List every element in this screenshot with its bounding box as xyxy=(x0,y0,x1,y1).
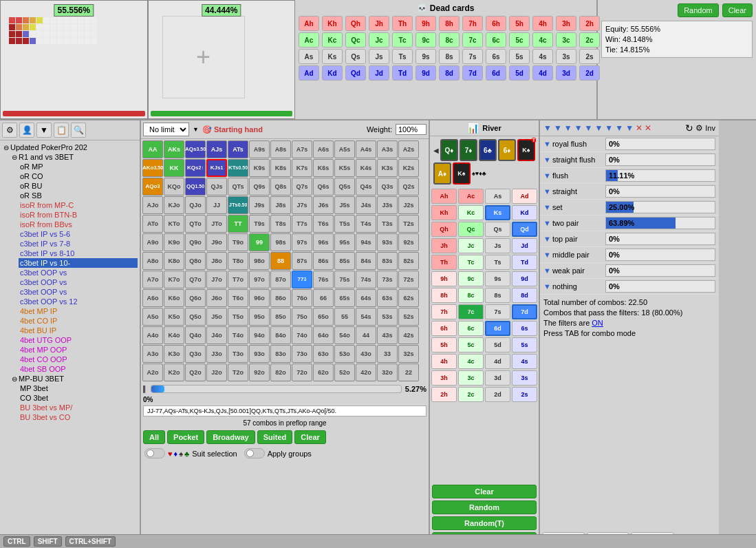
hand-j5o[interactable]: J5o xyxy=(206,308,227,326)
broadway-button[interactable]: Broadway xyxy=(206,430,255,444)
hand-53s[interactable]: 53s xyxy=(377,308,398,326)
sidebar-item-4bet-bu[interactable]: 4bet BU IP xyxy=(19,326,138,335)
rgc-qd[interactable]: Qd xyxy=(512,222,537,237)
hand-83s[interactable]: 83s xyxy=(377,252,398,270)
card-3s[interactable]: 3s xyxy=(556,49,576,64)
rgc-ts[interactable]: Ts xyxy=(485,255,510,270)
hand-94o[interactable]: 94o xyxy=(249,326,270,344)
rgc-9d[interactable]: 9d xyxy=(512,271,537,286)
rgc-qs[interactable]: Qs xyxy=(485,222,510,237)
person-icon[interactable]: 👤 xyxy=(19,123,34,138)
hand-84s[interactable]: 84s xyxy=(356,252,376,270)
hand-a8s[interactable]: A8s xyxy=(270,140,291,158)
hand-75s[interactable]: 75s xyxy=(334,271,355,288)
card-9h[interactable]: 9h xyxy=(415,16,436,31)
hand-72s[interactable]: 72s xyxy=(398,271,419,288)
hand-73s[interactable]: 73s xyxy=(377,271,398,288)
hand-44[interactable]: 44 xyxy=(356,326,376,344)
hand-63o[interactable]: 63o xyxy=(313,345,334,363)
rgc-3d[interactable]: 3d xyxy=(485,370,510,386)
card-4h[interactable]: 4h xyxy=(532,16,553,31)
hand-a6s[interactable]: A6s xyxy=(313,140,334,158)
apply-toggle-switch[interactable] xyxy=(244,448,265,459)
rgc-9h[interactable]: 9h xyxy=(431,271,457,286)
hand-86o[interactable]: 86o xyxy=(270,289,291,307)
rgc-js[interactable]: Js xyxy=(485,238,510,253)
rgc-kh[interactable]: Kh xyxy=(431,205,457,220)
card-7c[interactable]: 7c xyxy=(462,32,483,48)
hand-ajo[interactable]: AJo xyxy=(142,196,163,214)
river-card-ad[interactable]: A♦ xyxy=(433,162,451,185)
rgc-7c[interactable]: 7c xyxy=(458,304,484,319)
rgc-td[interactable]: Td xyxy=(512,255,537,270)
card-8h[interactable]: 8h xyxy=(439,16,460,31)
hand-96o[interactable]: 96o xyxy=(249,289,270,307)
hand-j7o[interactable]: J7o xyxy=(206,271,227,288)
hand-j5s[interactable]: J5s xyxy=(334,196,355,214)
hand-j9o[interactable]: J9o xyxy=(206,233,227,251)
hand-j6s[interactable]: J6s xyxy=(313,196,334,214)
suited-button[interactable]: Suited xyxy=(257,430,293,444)
hand-k9o[interactable]: K9o xyxy=(164,233,184,251)
river-card-ks[interactable]: K♠T xyxy=(517,139,535,161)
hand-98o[interactable]: 98o xyxy=(249,252,270,270)
hand-qto[interactable]: QTo xyxy=(185,215,206,233)
sidebar-item-c3bet-oop1[interactable]: c3bet OOP vs xyxy=(19,268,138,277)
card-5d[interactable]: 5d xyxy=(509,65,530,81)
hand-95o[interactable]: 95o xyxy=(249,308,270,326)
card-jc[interactable]: Jc xyxy=(369,32,389,48)
rgc-4h[interactable]: 4h xyxy=(431,354,457,369)
rgc-7d[interactable]: 7d xyxy=(512,304,537,319)
hand-82s[interactable]: 82s xyxy=(398,252,419,270)
suit-toggle-switch[interactable] xyxy=(144,448,165,459)
hand-jj[interactable]: JJ xyxy=(206,196,227,214)
rgc-7h[interactable]: 7h xyxy=(431,304,457,319)
card-kd[interactable]: Kd xyxy=(322,65,343,81)
card-5s[interactable]: 5s xyxy=(509,49,530,64)
sidebar-item-4bet-co[interactable]: 4bet CO IP xyxy=(19,316,138,326)
hand-a7s[interactable]: A7s xyxy=(292,140,312,158)
sidebar-item-root[interactable]: ⊖ Updated PokerPro 202 xyxy=(2,143,138,152)
rgc-2d[interactable]: 2d xyxy=(485,387,510,402)
hand-k4o[interactable]: K4o xyxy=(164,326,184,344)
card-jd[interactable]: Jd xyxy=(369,65,389,81)
hand-63s[interactable]: 63s xyxy=(377,289,398,307)
hand-t5o[interactable]: T5o xyxy=(228,308,248,326)
collapse-root[interactable]: ⊖ xyxy=(3,144,9,151)
rgc-4s[interactable]: 4s xyxy=(512,354,537,369)
hand-q5o[interactable]: Q5o xyxy=(185,308,206,326)
hand-32o[interactable]: 32o xyxy=(377,363,398,381)
hand-82o[interactable]: 82o xyxy=(270,363,291,381)
hand-a4o[interactable]: A4o xyxy=(142,326,163,344)
hand-a9s[interactable]: A9s xyxy=(249,140,270,158)
hand-a2o[interactable]: A2o xyxy=(142,363,163,381)
hand-64o[interactable]: 64o xyxy=(313,326,334,344)
card-5h[interactable]: 5h xyxy=(509,16,530,31)
rgc-3s[interactable]: 3s xyxy=(512,370,537,386)
sidebar-item-bu3bet-co[interactable]: BU 3bet vs CO xyxy=(19,412,138,422)
hand-k2s[interactable]: K2s xyxy=(398,159,419,177)
hand-99[interactable]: 99 xyxy=(249,233,270,251)
river-random-button[interactable]: Random xyxy=(432,500,537,514)
rgc-th[interactable]: Th xyxy=(431,255,457,270)
hand-jts[interactable]: JTs0.50 xyxy=(228,196,248,214)
card-3c[interactable]: 3c xyxy=(556,32,576,48)
clear-matrix-button[interactable]: Clear xyxy=(294,430,326,444)
card-tc[interactable]: Tc xyxy=(392,32,413,48)
hand-a5s[interactable]: A5s xyxy=(334,140,355,158)
card-7s[interactable]: 7s xyxy=(462,49,483,64)
card-2h[interactable]: 2h xyxy=(579,16,600,31)
hand-k4s[interactable]: K4s xyxy=(356,159,376,177)
hand-87o[interactable]: 87o xyxy=(270,271,291,288)
card-5c[interactable]: 5c xyxy=(509,32,530,48)
refresh-icon[interactable]: ↻ xyxy=(685,123,693,134)
card-kh[interactable]: Kh xyxy=(322,16,343,31)
collapse-mpbu[interactable]: ⊖ xyxy=(12,375,17,383)
hand-a5o[interactable]: A5o xyxy=(142,308,163,326)
hand-j2s[interactable]: J2s xyxy=(398,196,419,214)
hand-t7s[interactable]: T7s xyxy=(292,215,312,233)
hand-j3o[interactable]: J3o xyxy=(206,345,227,363)
sidebar-item-or-bu[interactable]: oR BU xyxy=(19,181,138,191)
hand-q8o[interactable]: Q8o xyxy=(185,252,206,270)
sidebar-item-c3bet-5[interactable]: c3bet IP vs 5-6 xyxy=(19,229,138,239)
